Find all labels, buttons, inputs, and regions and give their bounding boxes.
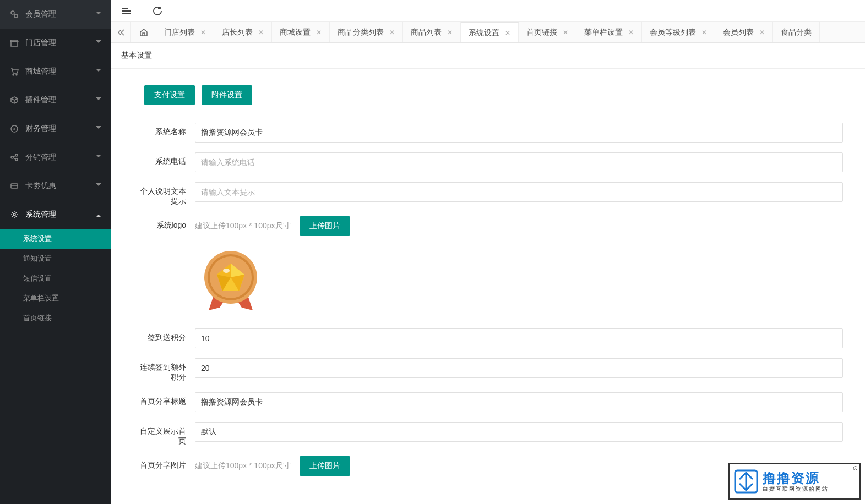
nav-label: 商城管理 <box>25 67 96 76</box>
label-personal-note: 个人说明文本提示 <box>133 182 195 206</box>
sub-system-settings[interactable]: 系统设置 <box>0 229 111 249</box>
coin-icon: ¥ <box>10 124 19 133</box>
close-icon[interactable]: ✕ <box>258 29 264 36</box>
watermark-logo-icon <box>734 469 758 494</box>
chevron-down-icon <box>96 126 101 132</box>
label-sign-points: 签到送积分 <box>133 328 195 343</box>
close-icon[interactable]: ✕ <box>200 29 206 36</box>
tab-member-list[interactable]: 会员列表✕ <box>715 22 773 42</box>
personal-note-input[interactable] <box>195 182 843 202</box>
tab-home-link[interactable]: 首页链接✕ <box>519 22 576 42</box>
tab-home[interactable] <box>131 22 156 42</box>
watermark-subtitle: 白嫖互联网资源的网站 <box>763 486 829 492</box>
tabstrip: 门店列表✕ 店长列表✕ 商城设置✕ 商品分类列表✕ 商品列表✕ 系统设置✕ 首页… <box>111 22 865 43</box>
close-icon[interactable]: ✕ <box>759 29 765 36</box>
refresh-button[interactable] <box>153 7 162 15</box>
label-custom-home: 自定义展示首页 <box>133 422 195 446</box>
gear-icon <box>10 210 19 219</box>
nav-member[interactable]: 会员管理 <box>0 0 111 29</box>
svg-text:¥: ¥ <box>13 127 16 132</box>
custom-home-input[interactable] <box>195 422 843 442</box>
share-icon <box>10 153 19 162</box>
close-icon[interactable]: ✕ <box>505 29 510 37</box>
upload-share-image-button[interactable]: 上传图片 <box>300 456 350 476</box>
nav-label: 系统管理 <box>25 210 96 220</box>
tab-product-list[interactable]: 商品列表✕ <box>403 22 461 42</box>
label-system-phone: 系统电话 <box>133 152 195 167</box>
nav-label: 插件管理 <box>25 95 96 105</box>
nav-label: 卡劵优惠 <box>25 181 96 191</box>
tab-system-settings[interactable]: 系统设置✕ <box>461 22 519 42</box>
card-title: 基本设置 <box>111 43 865 69</box>
nav-system[interactable]: 系统管理 <box>0 200 111 229</box>
link-icon <box>10 10 19 19</box>
collapse-sidebar-button[interactable] <box>122 8 131 14</box>
nav-label: 会员管理 <box>25 9 96 19</box>
logo-hint: 建议上传100px * 100px尺寸 <box>195 221 291 231</box>
tab-menu-settings[interactable]: 菜单栏设置✕ <box>576 22 642 42</box>
close-icon[interactable]: ✕ <box>628 29 634 36</box>
tabs-scroll-left[interactable] <box>111 22 131 42</box>
tab-store-list[interactable]: 门店列表✕ <box>156 22 214 42</box>
svg-rect-2 <box>11 42 18 46</box>
svg-point-9 <box>15 158 18 161</box>
label-share-title: 首页分享标题 <box>133 392 195 407</box>
nav-coupon[interactable]: 卡劵优惠 <box>0 172 111 200</box>
sidebar: 会员管理 门店管理 商城管理 插件管理 ¥ 财务管理 分销管理 <box>0 0 111 504</box>
label-share-image: 首页分享图片 <box>133 456 195 470</box>
main: 门店列表✕ 店长列表✕ 商城设置✕ 商品分类列表✕ 商品列表✕ 系统设置✕ 首页… <box>111 0 865 504</box>
tab-manager-list[interactable]: 店长列表✕ <box>214 22 272 42</box>
nav-distribution[interactable]: 分销管理 <box>0 143 111 172</box>
chevron-down-icon <box>96 155 101 160</box>
svg-point-8 <box>15 154 18 156</box>
svg-point-3 <box>13 74 14 75</box>
tab-product-cat[interactable]: 商品分类列表✕ <box>330 22 403 42</box>
nav-store[interactable]: 门店管理 <box>0 29 111 57</box>
topbar <box>111 0 865 22</box>
close-icon[interactable]: ✕ <box>447 29 453 36</box>
sub-home-link[interactable]: 首页链接 <box>0 308 111 328</box>
sub-menu-settings[interactable]: 菜单栏设置 <box>0 288 111 308</box>
cube-icon <box>10 96 19 105</box>
content: 基本设置 支付设置 附件设置 系统名称 系统电话 个人说明文本提示 <box>111 43 865 504</box>
pay-settings-button[interactable]: 支付设置 <box>144 85 195 105</box>
svg-point-15 <box>223 269 230 273</box>
watermark: 撸撸资源 白嫖互联网资源的网站 ® <box>728 463 861 500</box>
attach-settings-button[interactable]: 附件设置 <box>202 85 252 105</box>
nav-mall[interactable]: 商城管理 <box>0 57 111 86</box>
upload-logo-button[interactable]: 上传图片 <box>300 216 350 236</box>
share-image-hint: 建议上传100px * 100px尺寸 <box>195 461 291 471</box>
card-icon <box>10 182 19 190</box>
close-icon[interactable]: ✕ <box>563 29 568 36</box>
nav-label: 分销管理 <box>25 152 96 162</box>
logo-preview <box>195 242 266 319</box>
sub-notify-settings[interactable]: 通知设置 <box>0 249 111 269</box>
svg-point-11 <box>13 213 15 216</box>
close-icon[interactable]: ✕ <box>701 29 707 36</box>
system-name-input[interactable] <box>195 123 843 143</box>
chevron-down-icon <box>96 183 101 189</box>
share-title-input[interactable] <box>195 392 843 412</box>
system-phone-input[interactable] <box>195 152 843 172</box>
extra-points-input[interactable] <box>195 358 843 378</box>
tab-member-level[interactable]: 会员等级列表✕ <box>642 22 715 42</box>
sub-sms-settings[interactable]: 短信设置 <box>0 269 111 288</box>
label-system-logo: 系统logo <box>133 216 195 231</box>
label-system-name: 系统名称 <box>133 123 195 137</box>
store-icon <box>10 39 19 47</box>
chevron-up-icon <box>96 212 101 217</box>
chevron-down-icon <box>96 97 101 103</box>
cart-icon <box>10 67 19 76</box>
nav-label: 财务管理 <box>25 124 96 134</box>
sign-points-input[interactable] <box>195 328 843 348</box>
nav-plugin[interactable]: 插件管理 <box>0 86 111 114</box>
tab-mall-settings[interactable]: 商城设置✕ <box>272 22 330 42</box>
svg-rect-10 <box>11 184 18 188</box>
chevron-down-icon <box>96 12 101 17</box>
chevron-down-icon <box>96 69 101 74</box>
close-icon[interactable]: ✕ <box>389 29 395 36</box>
tab-food-cat[interactable]: 食品分类 <box>773 22 820 42</box>
close-icon[interactable]: ✕ <box>316 29 322 36</box>
nav-finance[interactable]: ¥ 财务管理 <box>0 114 111 143</box>
chevron-down-icon <box>96 40 101 46</box>
